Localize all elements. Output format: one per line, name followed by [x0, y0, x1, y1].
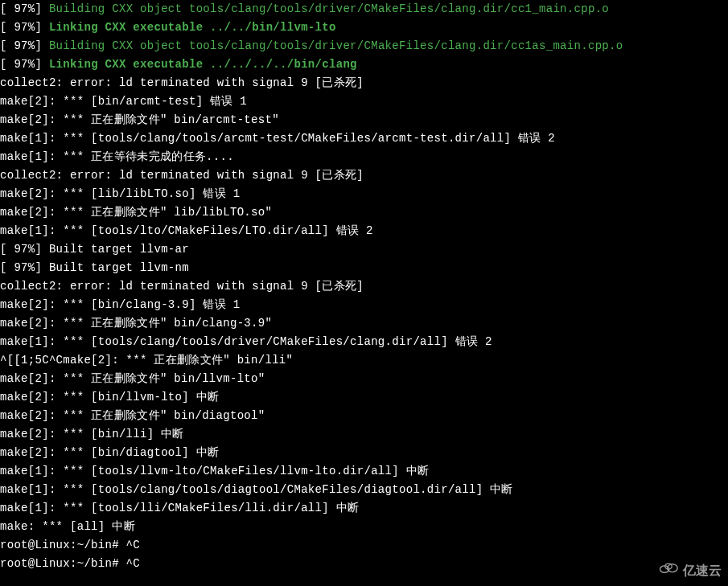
terminal-segment: make[1]: *** [tools/llvm-lto/CMakeFiles/… [0, 465, 429, 477]
terminal-segment: [ 97%] [0, 58, 49, 71]
terminal-line: root@Linux:~/bin# ^C [0, 555, 728, 573]
terminal-line: make[1]: *** 正在等待未完成的任务.... [0, 148, 728, 166]
terminal-line: make[1]: *** [tools/lto/CMakeFiles/LTO.d… [0, 222, 728, 240]
terminal-segment: ^[[1;5C^Cmake[2]: *** 正在删除文件" bin/lli" [0, 354, 293, 367]
terminal-line: [ 97%] Building CXX object tools/clang/t… [0, 37, 728, 55]
terminal-line: make[2]: *** 正在删除文件" bin/clang-3.9" [0, 314, 728, 333]
terminal-segment: make[1]: *** [tools/clang/tools/arcmt-te… [0, 132, 555, 145]
terminal-line: make[2]: *** 正在删除文件" bin/arcmt-test" [0, 111, 728, 129]
terminal-line: make[2]: *** 正在删除文件" bin/llvm-lto" [0, 370, 728, 388]
terminal-line: make[1]: *** [tools/lli/CMakeFiles/lli.d… [0, 499, 728, 518]
terminal-line: make[2]: *** 正在删除文件" lib/libLTO.so" [0, 203, 728, 222]
terminal-line: [ 97%] Built target llvm-ar [0, 240, 728, 259]
terminal-segment: Linking CXX executable ../../../../bin/c… [49, 58, 357, 71]
terminal-segment: make[2]: *** 正在删除文件" bin/arcmt-test" [0, 113, 279, 126]
terminal-line: make[2]: *** 正在删除文件" bin/diagtool" [0, 407, 728, 425]
terminal-segment: make[2]: *** [lib/libLTO.so] 错误 1 [0, 187, 240, 200]
terminal-segment: make[1]: *** [tools/lto/CMakeFiles/LTO.d… [0, 224, 373, 237]
terminal-segment: make[2]: *** [bin/lli] 中断 [0, 428, 184, 441]
terminal-line: collect2: error: ld terminated with sign… [0, 74, 728, 92]
terminal-segment: collect2: error: ld terminated with sign… [0, 169, 364, 182]
terminal-line: root@Linux:~/bin# ^C [0, 536, 728, 555]
terminal-segment: make[1]: *** 正在等待未完成的任务.... [0, 150, 234, 163]
cloud-icon [657, 560, 680, 580]
terminal-segment: make[1]: *** [tools/clang/tools/driver/C… [0, 335, 492, 348]
terminal-line: make[2]: *** [bin/lli] 中断 [0, 425, 728, 444]
terminal-line: make[2]: *** [bin/diagtool] 中断 [0, 444, 728, 462]
terminal-segment: make[2]: *** [bin/diagtool] 中断 [0, 446, 219, 459]
terminal-segment: [ 97%] [0, 39, 49, 52]
terminal-line: make[1]: *** [tools/clang/tools/arcmt-te… [0, 129, 728, 148]
terminal-segment: collect2: error: ld terminated with sign… [0, 280, 364, 293]
terminal-segment: collect2: error: ld terminated with sign… [0, 76, 364, 89]
terminal-line: ^[[1;5C^Cmake[2]: *** 正在删除文件" bin/lli" [0, 351, 728, 370]
terminal-segment: [ 97%] [0, 21, 49, 34]
terminal-line: collect2: error: ld terminated with sign… [0, 277, 728, 296]
terminal-output: [ 97%] Building CXX object tools/clang/t… [0, 0, 728, 573]
terminal-segment: make[2]: *** 正在删除文件" bin/diagtool" [0, 409, 265, 422]
terminal-segment: root@Linux:~/bin# ^C [0, 557, 140, 570]
terminal-segment: make[2]: *** 正在删除文件" bin/llvm-lto" [0, 372, 265, 385]
terminal-segment: make[2]: *** [bin/llvm-lto] 中断 [0, 391, 219, 404]
terminal-line: make[1]: *** [tools/llvm-lto/CMakeFiles/… [0, 462, 728, 481]
terminal-segment: make[2]: *** [bin/clang-3.9] 错误 1 [0, 298, 240, 311]
terminal-segment: Building CXX object tools/clang/tools/dr… [49, 2, 609, 15]
watermark-text: 亿速云 [683, 561, 722, 580]
terminal-segment: make[1]: *** [tools/clang/tools/diagtool… [0, 483, 513, 496]
terminal-line: collect2: error: ld terminated with sign… [0, 166, 728, 185]
terminal-line: [ 97%] Linking CXX executable ../../bin/… [0, 18, 728, 37]
terminal-line: make[1]: *** [tools/clang/tools/diagtool… [0, 481, 728, 499]
terminal-segment: [ 97%] Built target llvm-ar [0, 243, 189, 256]
terminal-line: [ 97%] Building CXX object tools/clang/t… [0, 0, 728, 18]
terminal-segment: make: *** [all] 中断 [0, 520, 135, 533]
terminal-line: make: *** [all] 中断 [0, 518, 728, 536]
terminal-line: make[2]: *** [bin/llvm-lto] 中断 [0, 388, 728, 407]
terminal-segment: root@Linux:~/bin# ^C [0, 539, 140, 551]
watermark: 亿速云 [657, 560, 722, 580]
terminal-segment: [ 97%] [0, 2, 49, 15]
terminal-line: make[2]: *** [bin/clang-3.9] 错误 1 [0, 296, 728, 314]
terminal-segment: Linking CXX executable ../../bin/llvm-lt… [49, 21, 336, 34]
terminal-line: [ 97%] Built target llvm-nm [0, 259, 728, 277]
terminal-segment: make[2]: *** [bin/arcmt-test] 错误 1 [0, 95, 247, 108]
terminal-segment: Building CXX object tools/clang/tools/dr… [49, 39, 623, 52]
terminal-line: make[1]: *** [tools/clang/tools/driver/C… [0, 333, 728, 351]
terminal-line: make[2]: *** [bin/arcmt-test] 错误 1 [0, 92, 728, 111]
terminal-segment: [ 97%] Built target llvm-nm [0, 261, 189, 274]
terminal-segment: make[2]: *** 正在删除文件" lib/libLTO.so" [0, 206, 272, 219]
terminal-segment: make[1]: *** [tools/lli/CMakeFiles/lli.d… [0, 502, 359, 514]
terminal-line: [ 97%] Linking CXX executable ../../../.… [0, 55, 728, 74]
terminal-segment: make[2]: *** 正在删除文件" bin/clang-3.9" [0, 317, 272, 330]
terminal-line: make[2]: *** [lib/libLTO.so] 错误 1 [0, 185, 728, 203]
